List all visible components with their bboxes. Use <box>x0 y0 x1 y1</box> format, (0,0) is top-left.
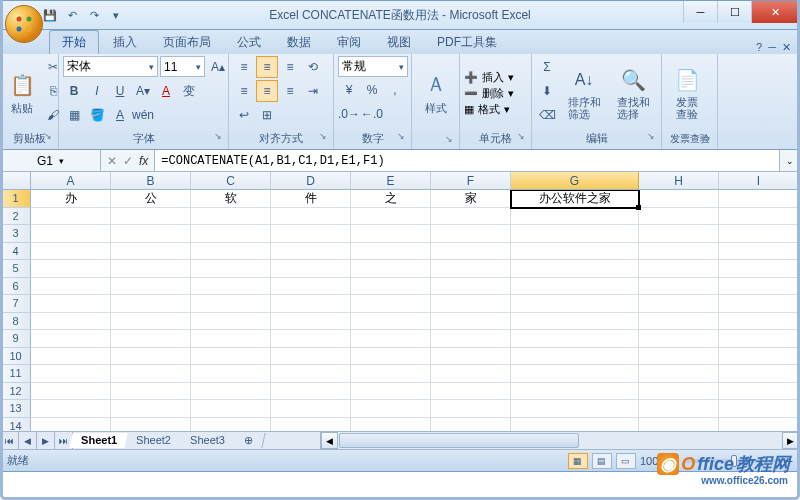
orientation-icon[interactable]: ⟲ <box>302 56 324 78</box>
next-sheet-icon[interactable]: ▶ <box>37 432 55 449</box>
fx-icon[interactable]: fx <box>139 154 148 168</box>
wen-button[interactable]: wén <box>132 104 154 126</box>
cell-F6[interactable] <box>431 278 511 296</box>
merge-icon[interactable]: ⊞ <box>256 104 278 126</box>
row-header[interactable]: 4 <box>1 243 31 261</box>
align-top-icon[interactable]: ≡ <box>233 56 255 78</box>
comma-icon[interactable]: , <box>384 79 406 101</box>
column-header-D[interactable]: D <box>271 172 351 189</box>
cell-I1[interactable] <box>719 190 799 208</box>
tab-review[interactable]: 审阅 <box>325 31 373 54</box>
save-icon[interactable]: 💾 <box>41 6 59 24</box>
cell-D3[interactable] <box>271 225 351 243</box>
cell-C10[interactable] <box>191 348 271 366</box>
cell-B14[interactable] <box>111 418 191 432</box>
find-select-button[interactable]: 🔍 查找和 选择 <box>610 56 656 128</box>
cell-H4[interactable] <box>639 243 719 261</box>
cell-D1[interactable]: 件 <box>271 190 351 208</box>
cell-E11[interactable] <box>351 365 431 383</box>
cell-C4[interactable] <box>191 243 271 261</box>
cell-E2[interactable] <box>351 208 431 226</box>
help-icon[interactable]: ? <box>756 41 762 54</box>
cell-B10[interactable] <box>111 348 191 366</box>
cell-B3[interactable] <box>111 225 191 243</box>
cell-I5[interactable] <box>719 260 799 278</box>
cell-G6[interactable] <box>511 278 639 296</box>
insert-button[interactable]: ➕插入▾ <box>464 70 514 85</box>
row-header[interactable]: 5 <box>1 260 31 278</box>
cell-G13[interactable] <box>511 400 639 418</box>
cell-E8[interactable] <box>351 313 431 331</box>
cell-I4[interactable] <box>719 243 799 261</box>
font-color2-icon[interactable]: A <box>109 104 131 126</box>
align-bottom-icon[interactable]: ≡ <box>279 56 301 78</box>
cell-D7[interactable] <box>271 295 351 313</box>
row-header[interactable]: 12 <box>1 383 31 401</box>
cell-C2[interactable] <box>191 208 271 226</box>
cell-F4[interactable] <box>431 243 511 261</box>
cell-C3[interactable] <box>191 225 271 243</box>
cell-F1[interactable]: 家 <box>431 190 511 208</box>
cell-G1[interactable]: 办公软件之家 <box>510 190 640 209</box>
number-format-combo[interactable]: 常规▾ <box>338 56 408 77</box>
name-box[interactable]: G1 ▾ <box>1 150 101 171</box>
column-header-E[interactable]: E <box>351 172 431 189</box>
underline-button[interactable]: U <box>109 80 131 102</box>
cell-B8[interactable] <box>111 313 191 331</box>
delete-button[interactable]: ➖删除▾ <box>464 86 514 101</box>
cell-G4[interactable] <box>511 243 639 261</box>
cell-B5[interactable] <box>111 260 191 278</box>
cell-H12[interactable] <box>639 383 719 401</box>
cell-A4[interactable] <box>31 243 111 261</box>
cell-E13[interactable] <box>351 400 431 418</box>
column-header-A[interactable]: A <box>31 172 111 189</box>
cell-I12[interactable] <box>719 383 799 401</box>
scroll-left-icon[interactable]: ◀ <box>321 432 338 449</box>
page-layout-view-icon[interactable]: ▤ <box>592 453 612 469</box>
cell-H8[interactable] <box>639 313 719 331</box>
column-header-C[interactable]: C <box>191 172 271 189</box>
sheet-tab-Sheet2[interactable]: Sheet2 <box>124 433 183 448</box>
cell-D4[interactable] <box>271 243 351 261</box>
cell-E1[interactable]: 之 <box>351 190 431 208</box>
cell-E10[interactable] <box>351 348 431 366</box>
first-sheet-icon[interactable]: ⏮ <box>1 432 19 449</box>
cell-F2[interactable] <box>431 208 511 226</box>
align-center-icon[interactable]: ≡ <box>256 80 278 102</box>
scroll-thumb[interactable] <box>339 433 579 448</box>
cell-F13[interactable] <box>431 400 511 418</box>
cell-I8[interactable] <box>719 313 799 331</box>
cell-A13[interactable] <box>31 400 111 418</box>
cell-H2[interactable] <box>639 208 719 226</box>
redo-icon[interactable]: ↷ <box>85 6 103 24</box>
row-header[interactable]: 11 <box>1 365 31 383</box>
close-button[interactable]: ✕ <box>751 1 799 23</box>
cell-F11[interactable] <box>431 365 511 383</box>
cell-I6[interactable] <box>719 278 799 296</box>
cell-B1[interactable]: 公 <box>111 190 191 208</box>
fill-color-icon[interactable]: 🪣 <box>86 104 108 126</box>
undo-icon[interactable]: ↶ <box>63 6 81 24</box>
column-header-H[interactable]: H <box>639 172 719 189</box>
normal-view-icon[interactable]: ▦ <box>568 453 588 469</box>
decrease-decimal-icon[interactable]: ←.0 <box>361 103 383 125</box>
cell-A11[interactable] <box>31 365 111 383</box>
shrink-font-icon[interactable]: A▾ <box>132 80 154 102</box>
cell-D11[interactable] <box>271 365 351 383</box>
cell-F10[interactable] <box>431 348 511 366</box>
enter-formula-icon[interactable]: ✓ <box>123 154 133 168</box>
cell-B11[interactable] <box>111 365 191 383</box>
cell-G3[interactable] <box>511 225 639 243</box>
row-header[interactable]: 3 <box>1 225 31 243</box>
cell-F3[interactable] <box>431 225 511 243</box>
cell-A3[interactable] <box>31 225 111 243</box>
percent-icon[interactable]: % <box>361 79 383 101</box>
cell-I11[interactable] <box>719 365 799 383</box>
sheet-tab-Sheet1[interactable]: Sheet1 <box>69 433 129 448</box>
cell-C11[interactable] <box>191 365 271 383</box>
cell-G8[interactable] <box>511 313 639 331</box>
cell-H3[interactable] <box>639 225 719 243</box>
indent-icon[interactable]: ⇥ <box>302 80 324 102</box>
cell-A10[interactable] <box>31 348 111 366</box>
cell-G12[interactable] <box>511 383 639 401</box>
